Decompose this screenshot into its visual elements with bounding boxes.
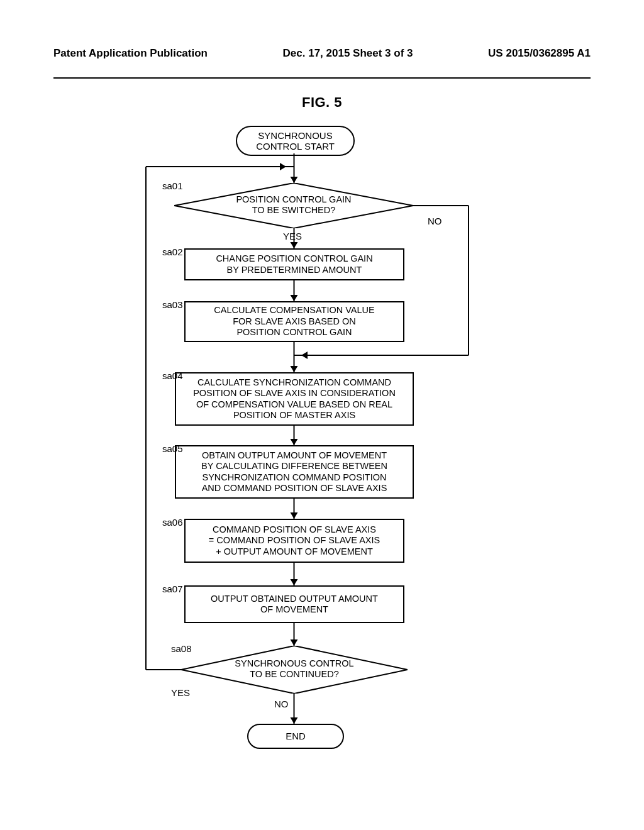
process-sa02: CHANGE POSITION CONTROL GAIN BY PREDETER…	[184, 248, 404, 280]
svg-marker-22	[291, 639, 298, 646]
step-label-sa07: sa07	[162, 584, 183, 594]
svg-marker-16	[291, 439, 298, 445]
decision-sa01: POSITION CONTROL GAIN TO BE SWITCHED?	[174, 183, 413, 228]
figure-title: FIG. 5	[0, 94, 644, 111]
header-center: Dec. 17, 2015 Sheet 3 of 3	[283, 47, 413, 60]
svg-marker-8	[301, 351, 308, 359]
header-left: Patent Application Publication	[53, 47, 208, 60]
step-label-sa06: sa06	[162, 517, 183, 528]
svg-marker-2	[291, 177, 298, 183]
label-sa01-yes: YES	[283, 231, 302, 241]
svg-marker-4	[280, 163, 286, 170]
svg-marker-26	[291, 717, 298, 724]
process-sa05: OBTAIN OUTPUT AMOUNT OF MOVEMENT BY CALC…	[175, 445, 414, 499]
svg-marker-20	[291, 579, 298, 585]
process-sa04: CALCULATE SYNCHRONIZATION COMMAND POSITI…	[175, 372, 414, 426]
step-label-sa08: sa08	[171, 643, 192, 654]
step-label-sa02: sa02	[162, 246, 183, 257]
process-sa07: OUTPUT OBTAINED OUTPUT AMOUNT OF MOVEMEN…	[184, 585, 404, 623]
step-label-sa05: sa05	[162, 443, 183, 454]
label-sa08-yes: YES	[171, 687, 190, 698]
decision-sa08: SYNCHRONOUS CONTROL TO BE CONTINUED?	[181, 646, 408, 694]
label-sa08-no: NO	[274, 699, 289, 709]
header-right: US 2015/0362895 A1	[488, 47, 591, 60]
decision-sa01-text: POSITION CONTROL GAIN TO BE SWITCHED?	[174, 194, 413, 216]
svg-marker-18	[291, 512, 298, 519]
page-header: Patent Application Publication Dec. 17, …	[0, 47, 644, 79]
svg-marker-12	[291, 295, 298, 301]
step-label-sa01: sa01	[162, 180, 183, 191]
step-label-sa04: sa04	[162, 370, 183, 381]
label-sa01-no: NO	[428, 216, 442, 226]
svg-marker-14	[291, 366, 298, 372]
terminator-end: END	[247, 724, 344, 749]
decision-sa08-text: SYNCHRONOUS CONTROL TO BE CONTINUED?	[181, 658, 408, 680]
step-label-sa03: sa03	[162, 299, 183, 310]
process-sa03: CALCULATE COMPENSATION VALUE FOR SLAVE A…	[184, 301, 404, 342]
svg-marker-10	[291, 242, 298, 248]
process-sa06: COMMAND POSITION OF SLAVE AXIS = COMMAND…	[184, 519, 404, 563]
